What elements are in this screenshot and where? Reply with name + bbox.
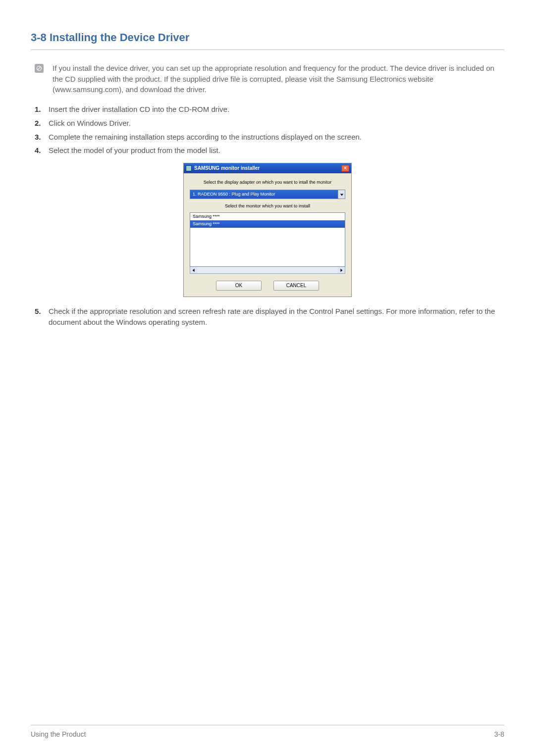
scroll-track[interactable]	[197, 267, 338, 273]
dialog-instruction-1: Select the display adapter on which you …	[190, 179, 345, 186]
step-5: Check if the appropriate resolution and …	[35, 306, 504, 328]
scroll-left-icon[interactable]	[190, 267, 197, 273]
svg-marker-4	[340, 269, 342, 272]
note-text: If you install the device driver, you ca…	[53, 63, 504, 95]
page-footer: Using the Product 3-8	[31, 725, 504, 739]
info-icon	[35, 64, 44, 73]
svg-line-1	[38, 67, 41, 70]
chevron-down-icon[interactable]	[338, 190, 345, 199]
dialog-titlebar: SAMSUNG monitor installer ×	[184, 163, 351, 173]
step-3: Complete the remaining installation step…	[35, 132, 504, 143]
horizontal-scrollbar[interactable]	[190, 267, 345, 274]
scroll-right-icon[interactable]	[338, 267, 345, 273]
display-adapter-dropdown[interactable]: 1. RADEON 9550 : Plug and Play Monitor	[190, 190, 345, 199]
step-2: Click on Windows Driver.	[35, 118, 504, 129]
list-item[interactable]: Samsung ****	[190, 213, 345, 220]
footer-right: 3-8	[494, 729, 504, 739]
cancel-button[interactable]: CANCEL	[273, 281, 319, 291]
dialog-title: SAMSUNG monitor installer	[194, 165, 260, 172]
app-icon	[186, 165, 192, 171]
svg-marker-2	[340, 194, 343, 196]
step-1: Insert the driver installation CD into t…	[35, 104, 504, 115]
section-heading: 3-8 Installing the Device Driver	[31, 30, 504, 50]
svg-marker-3	[193, 269, 195, 272]
note-block: If you install the device driver, you ca…	[35, 63, 504, 95]
installer-dialog-figure: SAMSUNG monitor installer × Select the d…	[31, 163, 504, 297]
ok-button[interactable]: OK	[216, 281, 262, 291]
close-icon[interactable]: ×	[341, 165, 349, 172]
monitor-listbox[interactable]: Samsung **** Samsung ****	[190, 212, 345, 267]
footer-left: Using the Product	[31, 729, 86, 739]
installer-dialog: SAMSUNG monitor installer × Select the d…	[183, 163, 352, 297]
step-4: Select the model of your product from th…	[35, 145, 504, 156]
list-item[interactable]: Samsung ****	[190, 220, 345, 228]
dropdown-selected: 1. RADEON 9550 : Plug and Play Monitor	[190, 190, 338, 199]
steps-list-cont: Check if the appropriate resolution and …	[35, 306, 504, 328]
steps-list: Insert the driver installation CD into t…	[35, 104, 504, 156]
dialog-instruction-2: Select the monitor which you want to ins…	[190, 203, 345, 209]
